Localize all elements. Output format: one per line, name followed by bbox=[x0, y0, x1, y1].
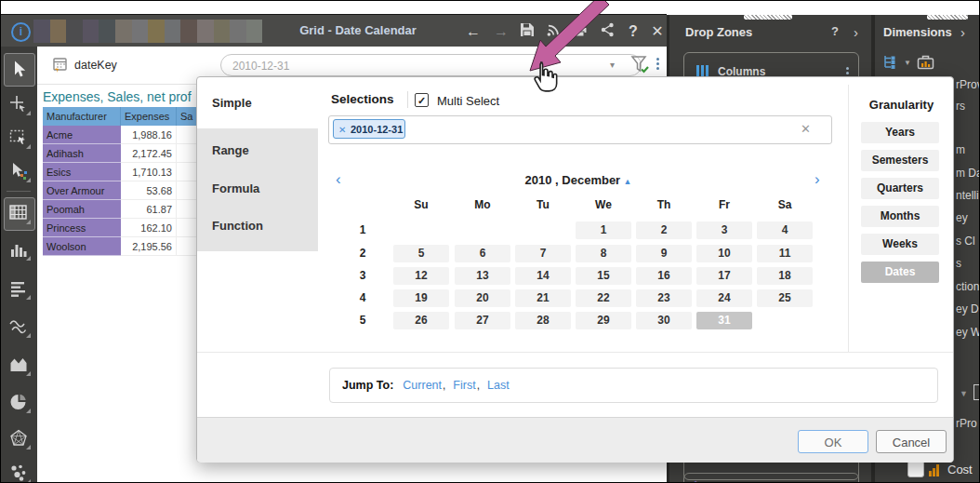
dimensions-drag-handle[interactable] bbox=[927, 15, 968, 20]
table-row-value[interactable]: 2,195.56 bbox=[121, 237, 177, 256]
table-row-name[interactable]: Princess bbox=[43, 219, 121, 237]
granularity-dates[interactable]: Dates bbox=[861, 262, 939, 283]
day-cell[interactable]: 13 bbox=[455, 267, 510, 285]
hierarchy-dropdown-icon[interactable]: ▼ bbox=[904, 59, 911, 67]
ok-button[interactable]: OK bbox=[798, 430, 868, 453]
day-cell[interactable]: 8 bbox=[576, 245, 631, 262]
day-cell-selected[interactable]: 31 bbox=[696, 312, 752, 329]
day-cell[interactable]: 11 bbox=[757, 245, 813, 262]
day-cell[interactable]: 15 bbox=[576, 267, 631, 285]
tree-item-fragment[interactable]: ction bbox=[956, 280, 979, 293]
back-icon[interactable]: ← bbox=[463, 21, 483, 42]
granularity-semesters[interactable]: Semesters bbox=[861, 150, 939, 171]
month-year-selector[interactable]: 2010 , December ▲ bbox=[383, 173, 774, 187]
jump-to-current-link[interactable]: Current bbox=[403, 379, 442, 392]
day-cell[interactable]: 16 bbox=[636, 267, 692, 285]
rectangle-select-tool-icon[interactable] bbox=[9, 128, 28, 147]
day-cell[interactable]: 2 bbox=[636, 221, 692, 239]
column-header[interactable]: Expenses bbox=[121, 107, 177, 126]
tab-range[interactable]: Range bbox=[212, 143, 249, 160]
jump-to-first-link[interactable]: First bbox=[453, 379, 475, 392]
drop-zones-drag-handle[interactable] bbox=[744, 15, 792, 20]
tree-item-fragment[interactable]: m bbox=[956, 143, 965, 156]
bar-chart-tool-icon[interactable] bbox=[9, 240, 28, 259]
granularity-quarters[interactable]: Quarters bbox=[861, 178, 939, 199]
tree-item-fragment[interactable]: s bbox=[956, 257, 961, 270]
cost-label[interactable]: Cost bbox=[947, 463, 973, 476]
granularity-weeks[interactable]: Weeks bbox=[861, 234, 939, 255]
day-cell[interactable]: 3 bbox=[696, 221, 752, 239]
table-row-name[interactable]: Over Armour bbox=[43, 181, 121, 200]
day-cell[interactable]: 10 bbox=[696, 245, 752, 262]
filter-menu-icon[interactable] bbox=[656, 56, 659, 72]
horizontal-bar-tool-icon[interactable] bbox=[9, 279, 28, 298]
drop-zones-collapse-icon[interactable]: › bbox=[854, 24, 858, 40]
tab-simple[interactable]: Simple bbox=[212, 96, 252, 113]
day-cell[interactable]: 18 bbox=[757, 267, 813, 285]
column-header[interactable]: Sa bbox=[177, 107, 197, 126]
table-row-value[interactable]: 2,172.45 bbox=[121, 144, 177, 163]
jump-to-last-link[interactable]: Last bbox=[487, 379, 510, 392]
table-row-value[interactable]: 1,710.13 bbox=[121, 163, 177, 181]
day-cell[interactable]: 19 bbox=[393, 289, 449, 307]
day-cell[interactable]: 23 bbox=[636, 289, 692, 307]
cost-checkbox[interactable] bbox=[907, 461, 924, 477]
day-cell[interactable]: 17 bbox=[696, 267, 752, 285]
day-cell[interactable]: 29 bbox=[576, 312, 631, 329]
measures-drop-zone-partial[interactable]: ⌃ bbox=[683, 473, 859, 483]
grid-visual-tool-icon[interactable] bbox=[9, 204, 28, 222]
day-cell[interactable]: 4 bbox=[757, 221, 813, 239]
point-select-tool-icon[interactable] bbox=[9, 95, 28, 114]
tree-item-fragment[interactable]: ey bbox=[956, 211, 968, 224]
help-icon[interactable]: ? bbox=[623, 21, 643, 42]
tree-item-fragment[interactable]: rs bbox=[956, 100, 965, 113]
day-cell[interactable]: 14 bbox=[515, 267, 571, 285]
table-row-name[interactable]: Acme bbox=[43, 126, 121, 144]
table-row-value[interactable]: 1,988.16 bbox=[121, 126, 177, 144]
metric-set-icon[interactable] bbox=[916, 52, 935, 74]
pointer-tool-icon[interactable] bbox=[9, 60, 28, 78]
dimensions-collapse-icon[interactable]: › bbox=[960, 24, 965, 40]
day-cell[interactable]: 20 bbox=[455, 289, 510, 307]
day-cell[interactable]: 28 bbox=[515, 312, 571, 329]
pie-chart-tool-icon[interactable] bbox=[9, 393, 28, 411]
day-cell[interactable]: 24 bbox=[696, 289, 752, 307]
day-cell[interactable]: 7 bbox=[515, 245, 571, 262]
data-point-select-tool-icon[interactable] bbox=[9, 162, 28, 181]
granularity-months[interactable]: Months bbox=[861, 206, 939, 227]
day-cell[interactable]: 26 bbox=[393, 312, 449, 329]
tab-function[interactable]: Function bbox=[212, 219, 263, 235]
day-cell[interactable]: 12 bbox=[393, 267, 449, 285]
day-cell[interactable]: 5 bbox=[393, 245, 449, 262]
day-cell[interactable]: 30 bbox=[636, 312, 692, 329]
tab-formula[interactable]: Formula bbox=[212, 181, 259, 198]
day-cell[interactable]: 9 bbox=[636, 245, 692, 262]
day-cell[interactable]: 1 bbox=[576, 221, 631, 239]
tree-item-fragment[interactable]: s Cl bbox=[956, 235, 975, 248]
table-row-name[interactable]: Esics bbox=[43, 163, 121, 181]
tree-item-fragment[interactable]: m Da bbox=[956, 167, 980, 180]
table-row-value[interactable]: 53.68 bbox=[121, 181, 177, 200]
panel-dropdown-icon[interactable]: ▼ bbox=[960, 389, 968, 398]
column-header[interactable]: Manufacturer bbox=[43, 107, 121, 126]
tree-item-fragment[interactable]: rProv bbox=[956, 78, 980, 91]
drop-zones-help-icon[interactable]: ? bbox=[831, 24, 839, 38]
scatter-chart-tool-icon[interactable] bbox=[9, 463, 28, 482]
hierarchy-icon[interactable] bbox=[882, 54, 899, 73]
table-row-value[interactable]: 61.87 bbox=[121, 200, 177, 219]
table-row-name[interactable]: Woolson bbox=[43, 237, 121, 256]
collapse-chevron-icon[interactable]: ⌃ bbox=[692, 479, 699, 483]
chip-remove-icon[interactable]: ✕ bbox=[338, 120, 346, 140]
multi-select-checkbox[interactable]: ✓ bbox=[415, 93, 429, 107]
tree-item-fragment[interactable]: ntelli bbox=[956, 189, 979, 202]
next-month-icon[interactable]: › bbox=[814, 170, 820, 189]
day-cell[interactable]: 6 bbox=[455, 245, 510, 262]
tree-item-fragment[interactable]: ey Da bbox=[956, 302, 980, 315]
cancel-button[interactable]: Cancel bbox=[876, 430, 947, 453]
tree-item-fragment[interactable]: rPro bbox=[956, 417, 977, 430]
line-chart-tool-icon[interactable] bbox=[9, 317, 28, 336]
day-cell[interactable]: 25 bbox=[757, 289, 813, 307]
table-row-name[interactable]: Poomah bbox=[43, 200, 121, 219]
granularity-years[interactable]: Years bbox=[861, 122, 939, 143]
table-row-value[interactable]: 162.10 bbox=[121, 219, 177, 237]
